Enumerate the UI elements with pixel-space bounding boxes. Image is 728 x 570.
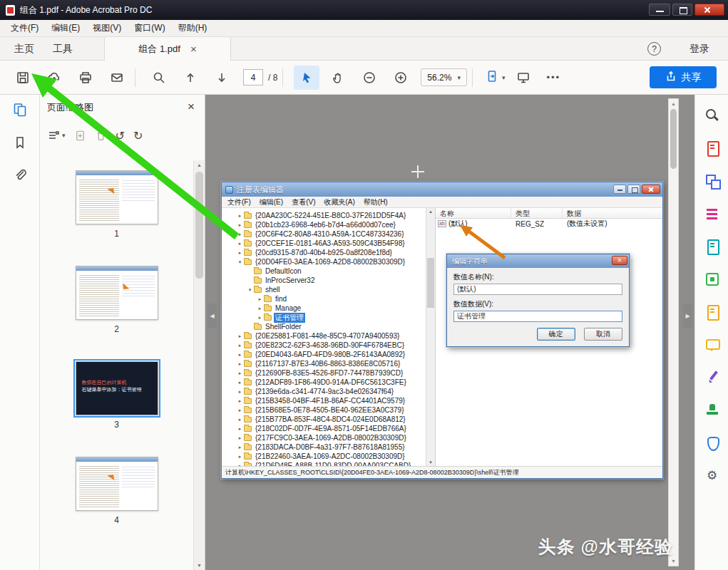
attachments-panel-button[interactable] [0, 160, 40, 193]
tree-item-label: {215B3458-04BF-4F1B-86AF-CC4401AC9579} [254, 397, 406, 405]
expander-icon: ▸ [236, 370, 244, 376]
scroll-up-icon[interactable]: ▲ [194, 162, 205, 167]
page-thumbnail-4[interactable]: 4 [76, 457, 158, 525]
restore-button[interactable] [672, 4, 692, 16]
tree-item-label: InProcServer32 [264, 276, 316, 284]
find-button[interactable] [146, 66, 172, 90]
folder-icon [244, 250, 252, 256]
stamp-icon[interactable] [695, 394, 728, 427]
thumbnail-scrollbar[interactable]: ▲ ▼ [193, 160, 205, 570]
monitor-icon [516, 71, 530, 85]
document-tab[interactable]: 组合 1.pdf × [104, 37, 231, 61]
expander-icon: ▸ [236, 417, 244, 423]
scroll-up-icon: ▲ [426, 209, 435, 214]
document-scrollbar[interactable]: ▲ ▼ [668, 98, 679, 566]
menu-item[interactable]: 文件(F) [4, 19, 45, 37]
page-thumbnail-3-selected[interactable]: 教你在自己的计算机 右键菜单中添加：证书管理 3 [76, 361, 158, 430]
thumbnail-options-button[interactable]: ▾ [47, 129, 66, 142]
fit-page-dropdown[interactable]: ▾ [485, 69, 506, 86]
help-icon[interactable]: ? [647, 42, 661, 56]
menu-item[interactable]: 编辑(E) [45, 19, 86, 37]
scrollbar-thumb[interactable] [670, 109, 677, 169]
minimize-button[interactable] [649, 4, 670, 16]
scroll-down-icon[interactable]: ▼ [194, 563, 205, 568]
next-page-button[interactable] [209, 66, 235, 90]
close-button[interactable] [694, 4, 724, 16]
tab-home[interactable]: 主页 [10, 37, 39, 61]
scroll-down-icon[interactable]: ▼ [669, 559, 678, 564]
menu-item[interactable]: 视图(V) [86, 19, 128, 37]
zoom-level-dropdown[interactable]: 56.2% ▾ [421, 68, 467, 86]
sign-in-link[interactable]: 登录 [689, 37, 709, 61]
collapse-left-panel-handle[interactable]: ◀ [207, 304, 217, 328]
registry-editor-window: 注册表编辑器 文件(F)编辑(E)查看(V)收藏夹(A)帮助(H) ▸ {20A… [221, 182, 663, 479]
save-button[interactable] [10, 66, 36, 90]
page-number-input[interactable] [243, 69, 263, 86]
protect-icon[interactable] [695, 427, 728, 460]
expander-icon: ▸ [236, 454, 244, 460]
scroll-up-icon[interactable]: ▲ [669, 101, 678, 106]
comment-icon[interactable] [695, 328, 728, 361]
fill-sign-icon[interactable] [695, 361, 728, 394]
acrobat-pdf-icon [6, 5, 15, 16]
tab-tools[interactable]: 工具 [48, 37, 77, 61]
more-tools-icon[interactable]: ⚙ [695, 460, 728, 492]
bookmarks-panel-button[interactable] [0, 128, 40, 160]
thumbnail-image [76, 266, 158, 320]
zoom-level-value: 56.2% [427, 73, 451, 83]
tree-item: ▸ {2183DACA-D0BF-4a31-97F7-B87618A81955} [222, 442, 435, 452]
page-thumbnail-2[interactable]: 2 [76, 266, 158, 334]
email-button[interactable] [104, 66, 130, 90]
combine-files-icon[interactable] [695, 165, 728, 197]
tree-item: ▸ {20ED4043-6AFD-4FD9-980B-2F6143AA0892} [222, 350, 435, 359]
menu-item[interactable]: 帮助(H) [172, 19, 214, 37]
zoom-out-button[interactable] [357, 66, 382, 90]
share-icon [665, 71, 677, 84]
print-button[interactable] [73, 66, 98, 90]
insert-page-button[interactable] [74, 130, 86, 142]
hand-tool-button[interactable] [325, 66, 351, 90]
document-view[interactable]: 注册表编辑器 文件(F)编辑(E)查看(V)收藏夹(A)帮助(H) ▸ {20A… [205, 95, 694, 570]
upload-cloud-button[interactable] [41, 66, 67, 90]
folder-icon [244, 241, 252, 247]
cloud-upload-icon [47, 71, 61, 85]
registry-app-icon [225, 186, 233, 194]
panel-close-icon[interactable]: × [188, 100, 195, 113]
tab-close-icon[interactable]: × [190, 43, 197, 54]
tools-rail: ⚙ [694, 95, 728, 570]
delete-page-button[interactable] [95, 130, 107, 142]
zoom-in-button[interactable] [388, 66, 414, 90]
toolbar-divider [472, 68, 473, 87]
tree-item-label: {20b1cb23-6968-4eb6-b7d4-a66d00d07cee} [254, 221, 397, 229]
export-pdf-icon[interactable] [695, 132, 728, 165]
previous-page-button[interactable] [178, 66, 203, 90]
registry-title-bar: 注册表编辑器 [222, 182, 662, 197]
page-thumbnails-panel-button[interactable] [0, 95, 40, 128]
thumbnails-toolbar: ▾ ↺ ↻ [40, 120, 205, 150]
folder-icon [244, 333, 252, 339]
value-name-label: 数值名称(N): [453, 272, 622, 282]
folder-icon [244, 352, 252, 358]
search-icon[interactable] [695, 99, 728, 132]
expand-right-panel-handle[interactable]: ▶ [683, 304, 692, 328]
page-thumbnail-1[interactable]: 1 [76, 170, 158, 239]
scan-ocr-icon[interactable] [695, 263, 728, 296]
folder-icon [244, 398, 252, 404]
presentation-mode-button[interactable] [511, 66, 536, 90]
value-type: REG_SZ [511, 220, 563, 228]
organize-pages-icon[interactable] [695, 197, 728, 230]
create-pdf-icon[interactable] [695, 230, 728, 263]
folder-icon [244, 370, 252, 376]
menu-item[interactable]: 窗口(W) [128, 19, 171, 37]
share-button[interactable]: 共享 [650, 66, 717, 88]
edit-pdf-icon[interactable] [695, 296, 728, 328]
scrollbar-thumb[interactable] [195, 172, 203, 279]
rotate-right-button[interactable]: ↻ [133, 129, 143, 142]
value-name-field [453, 284, 622, 295]
more-tools-button[interactable]: ••• [546, 72, 560, 83]
dialog-close-icon: × [612, 256, 627, 265]
rotate-left-button[interactable]: ↺ [116, 129, 125, 142]
select-tool-button[interactable] [294, 66, 319, 90]
tree-item-label: Manage [274, 304, 302, 312]
tree-item-label: {2183DACA-D0BF-4a31-97F7-B87618A81955} [254, 443, 406, 451]
